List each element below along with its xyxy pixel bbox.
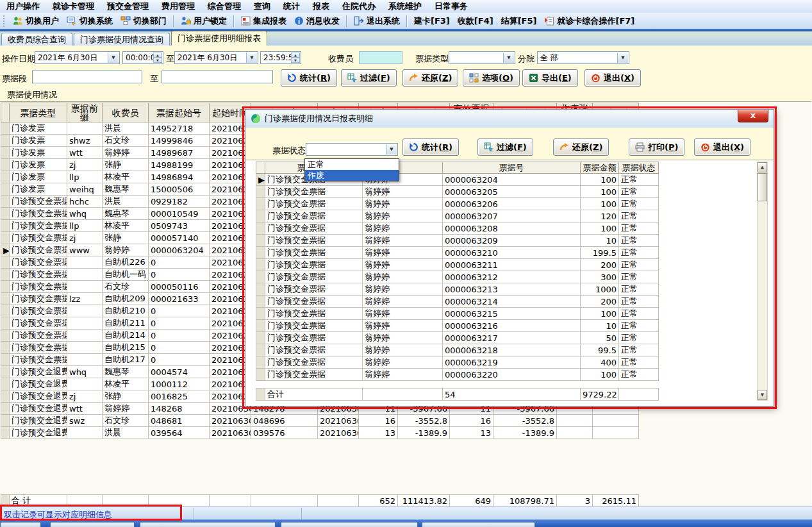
time-from-spinner[interactable]: 00:00:00▲▼ [122,51,163,64]
row-selector-cell[interactable] [256,259,265,271]
row-selector-cell[interactable] [256,210,265,222]
table-row[interactable]: 门诊预交金票据翁婷婷0000063220100正常 [256,369,659,381]
selected-row-marker[interactable]: ▶ [1,244,10,256]
date-to-combo[interactable]: 2021年 6月30日▼ [174,51,258,64]
column-header[interactable]: 收费员 [103,103,149,122]
row-selector-cell[interactable] [256,332,265,344]
row-selector-cell[interactable] [1,281,10,293]
row-selector-cell[interactable] [1,390,10,403]
chevron-down-icon[interactable]: ▼ [617,53,628,63]
restore-button[interactable]: 还原(Z) [402,69,458,87]
table-row[interactable]: 门诊预交金票据翁婷婷0000063210199.5正常 [256,247,659,259]
settle-button[interactable]: 结算[F5] [497,15,541,28]
menu-item-9[interactable]: 住院代办 [336,0,382,13]
table-row[interactable]: 门诊预交金票据翁婷婷000006321610正常 [256,320,659,332]
taskbar-item[interactable] [422,522,535,527]
modal-print-button[interactable]: 打印(P) [629,138,684,156]
row-selector-cell[interactable] [1,305,10,317]
dialog-title-bar[interactable]: 门诊票据使用情况日报表明细 [245,110,774,128]
dropdown-option-2[interactable]: 作废 [305,170,399,181]
switch-dept-button[interactable]: 切换部门 [117,15,170,28]
create-card-button[interactable]: 建卡[F3] [410,15,454,28]
message-button[interactable]: 消息收发 [290,15,344,28]
row-selector-cell[interactable] [256,235,265,247]
row-selector-cell[interactable] [1,293,10,305]
table-row[interactable]: 门诊预交金票据翁婷婷0000063219400正常 [256,356,659,369]
table-row[interactable]: 门诊预交金票据翁婷婷000006321750正常 [256,332,659,344]
chevron-down-icon[interactable]: ▼ [246,53,257,63]
row-selector-cell[interactable] [1,415,10,427]
chevron-down-icon[interactable]: ▼ [108,53,119,63]
row-selector-cell[interactable] [256,186,265,198]
table-row[interactable]: 门诊预交金票据翁婷婷0000063214200正常 [256,296,659,308]
menu-item-4[interactable]: 费用管理 [155,0,201,13]
cashier-input[interactable] [359,51,402,64]
stats-button[interactable]: 统计(R) [281,69,337,87]
row-selector-cell[interactable] [1,220,10,232]
tab-2[interactable]: 门诊票据使用情况查询 [74,33,170,46]
options-button[interactable]: 选项(O) [463,69,520,87]
column-header[interactable]: 票据起始号 [149,103,210,122]
table-row[interactable]: 门诊预交金票据翁婷婷0000063211200正常 [256,259,659,271]
modal-exit-button[interactable]: 退出(X) [694,138,750,156]
row-selector-cell[interactable] [256,308,265,320]
spinner-icon[interactable]: ▲▼ [153,53,162,63]
switch-user-button[interactable]: 切换用户 [9,15,63,28]
row-selector-cell[interactable] [1,330,10,342]
menu-item-6[interactable]: 查询 [247,0,277,13]
dropdown-option-1[interactable]: 正常 [305,159,399,170]
column-header[interactable]: 票据前缀 [67,103,103,122]
row-selector-cell[interactable] [1,232,10,244]
spinner-icon[interactable]: ▲▼ [291,53,300,63]
taskbar-item[interactable] [281,522,418,527]
close-icon[interactable]: x [738,110,768,122]
table-row[interactable]: 门诊预交金票据翁婷婷0000063208100正常 [256,222,659,235]
taskbar-item[interactable] [140,522,276,527]
menu-item-8[interactable]: 报表 [306,0,336,13]
row-selector-cell[interactable] [256,247,265,259]
row-selector-cell[interactable] [1,159,10,171]
table-row[interactable]: 门诊预交金票据翁婷婷0000063206100正常 [256,198,659,210]
vertical-scrollbar[interactable]: ▲ ▼ [757,162,768,401]
table-row[interactable]: 门诊预交金退费洪晨039564202106300395762021063013-… [1,427,639,439]
row-selector-cell[interactable] [256,283,265,296]
column-header[interactable]: 票据状态 [619,162,659,174]
date-from-combo[interactable]: 2021年 6月30日▼ [35,51,120,64]
row-selector-cell[interactable] [1,196,10,208]
row-selector-cell[interactable] [1,317,10,330]
row-selector-cell[interactable] [1,366,10,378]
row-selector-cell[interactable] [256,296,265,308]
table-row[interactable]: 门诊预交金票据翁婷婷00000632131000正常 [256,283,659,296]
filter-button[interactable]: 过滤(F) [341,69,397,87]
row-selector-cell[interactable] [1,135,10,147]
row-selector-cell[interactable] [256,271,265,283]
branch-combo[interactable]: 全 部▼ [537,51,629,64]
time-to-spinner[interactable]: 23:59:59▲▼ [260,51,301,64]
taskbar-item[interactable] [50,522,135,527]
menu-item-11[interactable]: 日常事务 [428,0,474,13]
chevron-down-icon[interactable]: ▼ [386,144,397,155]
scroll-up-icon[interactable]: ▲ [758,162,767,172]
row-selector-cell[interactable] [256,356,265,369]
column-header[interactable]: 票据号 [443,162,581,174]
column-header[interactable]: 票据类型 [10,103,67,122]
table-row[interactable]: 门诊预交金票据翁婷婷0000063212300正常 [256,271,659,283]
tab-3[interactable]: 门诊票据使用明细报表 [171,31,267,46]
user-lock-button[interactable]: 用户锁定 [177,15,231,28]
row-selector-cell[interactable] [1,256,10,269]
row-selector-cell[interactable] [1,171,10,183]
tab-1[interactable]: 收费员综合查询 [1,33,72,46]
row-selector-cell[interactable] [1,147,10,159]
exit-system-button[interactable]: 退出系统 [350,15,404,28]
segment-to-input[interactable] [162,71,273,83]
row-selector-cell[interactable] [1,208,10,220]
export-button[interactable]: 导出(E) [522,69,578,87]
menu-item-3[interactable]: 预交金管理 [101,0,155,13]
taskbar-item[interactable] [0,522,41,527]
ticket-type-combo[interactable]: ▼ [449,51,515,64]
row-selector-cell[interactable] [1,122,10,135]
row-selector-cell[interactable] [1,427,10,439]
scrollbar-thumb[interactable] [758,173,767,201]
row-selector-cell[interactable] [256,198,265,210]
total-row[interactable]: 合计549729.22 [256,389,659,401]
